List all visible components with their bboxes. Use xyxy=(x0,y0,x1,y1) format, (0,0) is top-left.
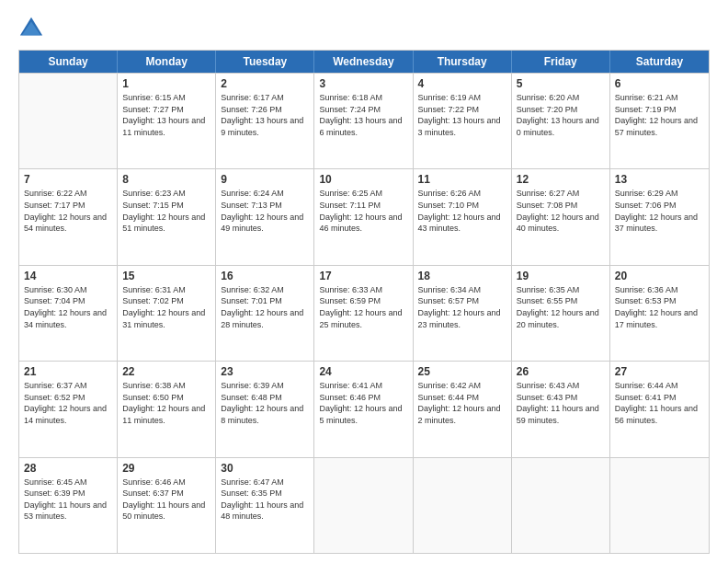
day-info: Sunrise: 6:21 AMSunset: 7:19 PMDaylight:… xyxy=(615,92,704,138)
day-info: Sunrise: 6:20 AMSunset: 7:20 PMDaylight:… xyxy=(517,92,605,138)
day-cell-17: 17Sunrise: 6:33 AMSunset: 6:59 PMDayligh… xyxy=(314,266,413,361)
day-number: 19 xyxy=(517,270,605,282)
day-number: 21 xyxy=(24,365,112,378)
day-cell-2: 2Sunrise: 6:17 AMSunset: 7:26 PMDaylight… xyxy=(216,74,314,168)
day-number: 30 xyxy=(221,462,309,475)
day-info: Sunrise: 6:33 AMSunset: 6:59 PMDaylight:… xyxy=(319,284,407,330)
day-cell-13: 13Sunrise: 6:29 AMSunset: 7:06 PMDayligh… xyxy=(610,169,709,264)
day-cell-3: 3Sunrise: 6:18 AMSunset: 7:24 PMDaylight… xyxy=(314,74,413,168)
day-number: 28 xyxy=(24,462,112,475)
day-cell-12: 12Sunrise: 6:27 AMSunset: 7:08 PMDayligh… xyxy=(512,169,610,264)
empty-cell-4-4 xyxy=(414,458,512,553)
day-info: Sunrise: 6:45 AMSunset: 6:39 PMDaylight:… xyxy=(24,477,112,523)
day-info: Sunrise: 6:41 AMSunset: 6:46 PMDaylight:… xyxy=(319,380,407,426)
empty-cell-4-5 xyxy=(512,458,610,553)
day-info: Sunrise: 6:15 AMSunset: 7:27 PMDaylight:… xyxy=(122,92,210,138)
day-cell-30: 30Sunrise: 6:47 AMSunset: 6:35 PMDayligh… xyxy=(216,458,314,553)
day-number: 18 xyxy=(418,270,506,282)
day-number: 26 xyxy=(517,365,605,378)
day-info: Sunrise: 6:18 AMSunset: 7:24 PMDaylight:… xyxy=(319,92,407,138)
day-info: Sunrise: 6:36 AMSunset: 6:53 PMDaylight:… xyxy=(615,284,704,330)
day-info: Sunrise: 6:17 AMSunset: 7:26 PMDaylight:… xyxy=(221,92,309,138)
day-info: Sunrise: 6:31 AMSunset: 7:02 PMDaylight:… xyxy=(122,284,210,330)
day-cell-26: 26Sunrise: 6:43 AMSunset: 6:43 PMDayligh… xyxy=(512,362,610,456)
day-number: 13 xyxy=(615,173,704,186)
day-info: Sunrise: 6:23 AMSunset: 7:15 PMDaylight:… xyxy=(122,188,210,234)
day-info: Sunrise: 6:37 AMSunset: 6:52 PMDaylight:… xyxy=(24,380,112,426)
day-info: Sunrise: 6:43 AMSunset: 6:43 PMDaylight:… xyxy=(517,380,605,426)
day-number: 4 xyxy=(418,77,506,90)
day-cell-10: 10Sunrise: 6:25 AMSunset: 7:11 PMDayligh… xyxy=(314,169,413,264)
header-day-thursday: Thursday xyxy=(414,51,512,73)
day-number: 2 xyxy=(221,77,309,90)
day-number: 15 xyxy=(122,270,210,282)
day-cell-25: 25Sunrise: 6:42 AMSunset: 6:44 PMDayligh… xyxy=(414,362,512,456)
day-number: 20 xyxy=(615,270,704,282)
header-day-monday: Monday xyxy=(118,51,216,73)
day-number: 12 xyxy=(517,173,605,186)
day-cell-8: 8Sunrise: 6:23 AMSunset: 7:15 PMDaylight… xyxy=(118,169,216,264)
day-cell-9: 9Sunrise: 6:24 AMSunset: 7:13 PMDaylight… xyxy=(216,169,314,264)
day-info: Sunrise: 6:32 AMSunset: 7:01 PMDaylight:… xyxy=(221,284,309,330)
day-number: 24 xyxy=(319,365,407,378)
logo-icon xyxy=(18,15,44,40)
day-number: 7 xyxy=(24,173,112,186)
day-info: Sunrise: 6:29 AMSunset: 7:06 PMDaylight:… xyxy=(615,188,704,234)
day-info: Sunrise: 6:27 AMSunset: 7:08 PMDaylight:… xyxy=(517,188,605,234)
week-row-1: 1Sunrise: 6:15 AMSunset: 7:27 PMDaylight… xyxy=(19,73,709,168)
logo xyxy=(18,15,48,40)
day-info: Sunrise: 6:24 AMSunset: 7:13 PMDaylight:… xyxy=(221,188,309,234)
day-cell-29: 29Sunrise: 6:46 AMSunset: 6:37 PMDayligh… xyxy=(118,458,216,553)
header-day-tuesday: Tuesday xyxy=(216,51,314,73)
empty-cell-4-3 xyxy=(314,458,413,553)
day-number: 25 xyxy=(418,365,506,378)
day-number: 1 xyxy=(122,77,210,90)
calendar: SundayMondayTuesdayWednesdayThursdayFrid… xyxy=(18,50,710,554)
week-row-4: 21Sunrise: 6:37 AMSunset: 6:52 PMDayligh… xyxy=(19,361,709,456)
day-info: Sunrise: 6:22 AMSunset: 7:17 PMDaylight:… xyxy=(24,188,112,234)
day-info: Sunrise: 6:46 AMSunset: 6:37 PMDaylight:… xyxy=(122,477,210,523)
day-number: 17 xyxy=(319,270,407,282)
day-info: Sunrise: 6:42 AMSunset: 6:44 PMDaylight:… xyxy=(418,380,506,426)
day-info: Sunrise: 6:44 AMSunset: 6:41 PMDaylight:… xyxy=(615,380,704,426)
day-cell-15: 15Sunrise: 6:31 AMSunset: 7:02 PMDayligh… xyxy=(118,266,216,361)
day-info: Sunrise: 6:19 AMSunset: 7:22 PMDaylight:… xyxy=(418,92,506,138)
day-cell-16: 16Sunrise: 6:32 AMSunset: 7:01 PMDayligh… xyxy=(216,266,314,361)
day-number: 3 xyxy=(319,77,407,90)
day-cell-4: 4Sunrise: 6:19 AMSunset: 7:22 PMDaylight… xyxy=(414,74,512,168)
page: SundayMondayTuesdayWednesdayThursdayFrid… xyxy=(0,0,728,563)
day-cell-18: 18Sunrise: 6:34 AMSunset: 6:57 PMDayligh… xyxy=(414,266,512,361)
day-cell-24: 24Sunrise: 6:41 AMSunset: 6:46 PMDayligh… xyxy=(314,362,413,456)
day-cell-6: 6Sunrise: 6:21 AMSunset: 7:19 PMDaylight… xyxy=(610,74,709,168)
day-info: Sunrise: 6:39 AMSunset: 6:48 PMDaylight:… xyxy=(221,380,309,426)
day-number: 9 xyxy=(221,173,309,186)
day-number: 23 xyxy=(221,365,309,378)
day-number: 14 xyxy=(24,270,112,282)
day-cell-19: 19Sunrise: 6:35 AMSunset: 6:55 PMDayligh… xyxy=(512,266,610,361)
day-number: 5 xyxy=(517,77,605,90)
day-info: Sunrise: 6:34 AMSunset: 6:57 PMDaylight:… xyxy=(418,284,506,330)
day-cell-7: 7Sunrise: 6:22 AMSunset: 7:17 PMDaylight… xyxy=(19,169,118,264)
empty-cell-4-6 xyxy=(610,458,709,553)
day-cell-20: 20Sunrise: 6:36 AMSunset: 6:53 PMDayligh… xyxy=(610,266,709,361)
day-number: 27 xyxy=(615,365,704,378)
day-cell-27: 27Sunrise: 6:44 AMSunset: 6:41 PMDayligh… xyxy=(610,362,709,456)
week-row-5: 28Sunrise: 6:45 AMSunset: 6:39 PMDayligh… xyxy=(19,457,709,553)
day-number: 16 xyxy=(221,270,309,282)
day-info: Sunrise: 6:35 AMSunset: 6:55 PMDaylight:… xyxy=(517,284,605,330)
day-info: Sunrise: 6:25 AMSunset: 7:11 PMDaylight:… xyxy=(319,188,407,234)
header-day-sunday: Sunday xyxy=(19,51,118,73)
day-cell-11: 11Sunrise: 6:26 AMSunset: 7:10 PMDayligh… xyxy=(414,169,512,264)
day-cell-22: 22Sunrise: 6:38 AMSunset: 6:50 PMDayligh… xyxy=(118,362,216,456)
day-number: 8 xyxy=(122,173,210,186)
header xyxy=(18,15,710,40)
day-number: 29 xyxy=(122,462,210,475)
day-info: Sunrise: 6:47 AMSunset: 6:35 PMDaylight:… xyxy=(221,477,309,523)
day-cell-21: 21Sunrise: 6:37 AMSunset: 6:52 PMDayligh… xyxy=(19,362,118,456)
calendar-body: 1Sunrise: 6:15 AMSunset: 7:27 PMDaylight… xyxy=(19,73,709,553)
day-cell-23: 23Sunrise: 6:39 AMSunset: 6:48 PMDayligh… xyxy=(216,362,314,456)
empty-cell-0-0 xyxy=(19,74,118,168)
day-cell-1: 1Sunrise: 6:15 AMSunset: 7:27 PMDaylight… xyxy=(118,74,216,168)
day-cell-5: 5Sunrise: 6:20 AMSunset: 7:20 PMDaylight… xyxy=(512,74,610,168)
day-number: 22 xyxy=(122,365,210,378)
